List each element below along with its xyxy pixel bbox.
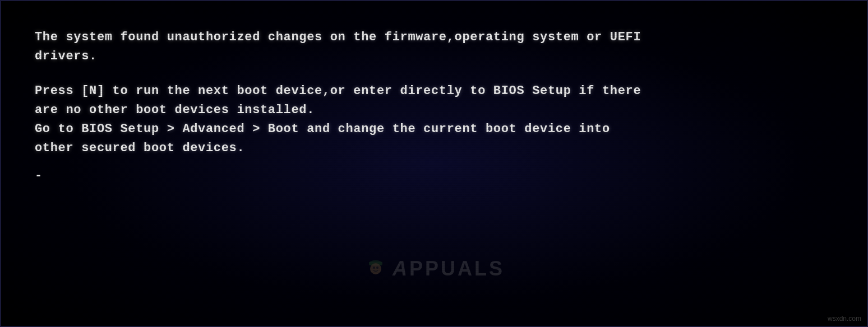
watermark: APPUALS	[363, 256, 505, 281]
bios-error-screen: The system found unauthorized changes on…	[0, 0, 868, 327]
error-text-2: Press [N] to run the next boot device,or…	[35, 84, 641, 155]
svg-point-2	[370, 263, 381, 274]
error-text-1: The system found unauthorized changes on…	[35, 30, 641, 63]
watermark-icon	[363, 256, 388, 281]
cursor: -	[35, 169, 833, 183]
watermark-text: APPUALS	[393, 257, 505, 281]
site-watermark: wsxdn.com	[828, 315, 861, 323]
error-message-line2: Press [N] to run the next boot device,or…	[35, 82, 833, 158]
error-message-line1: The system found unauthorized changes on…	[35, 28, 833, 66]
svg-point-3	[373, 267, 375, 269]
svg-point-4	[376, 267, 378, 269]
